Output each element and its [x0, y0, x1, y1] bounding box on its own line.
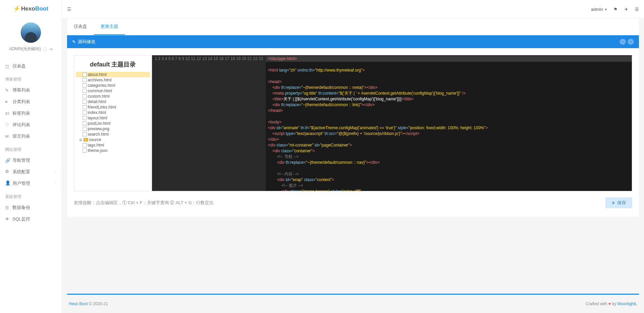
menu-nav-mgmt[interactable]: 🔗导航管理 — [0, 155, 62, 166]
menu-backup[interactable]: ☰数据备份 — [0, 202, 62, 213]
menu-sys-config[interactable]: ⚙系统配置‹ — [0, 166, 62, 178]
plane-icon[interactable]: ✈ — [624, 7, 628, 12]
chevron-left-icon: ‹ — [56, 182, 57, 185]
menu-tag-list[interactable]: 🏷标签列表 — [0, 107, 62, 119]
message-icon: ✉ — [5, 134, 10, 139]
menu-comment-list[interactable]: ♡评论列表 — [0, 119, 62, 131]
footer-author-link[interactable]: MoonlightL — [617, 301, 637, 306]
main-menu: ◫仪表盘 博客管理 ✎博客列表 ≡分类列表 🏷标签列表 ♡评论列表 ✉留言列表 … — [0, 57, 62, 225]
footer-divider — [67, 294, 639, 295]
tree-file[interactable]: tags.html — [76, 142, 150, 148]
tabs: 仪表盘 更换主题 — [67, 19, 639, 35]
menu-icon[interactable]: ☰ — [635, 7, 639, 12]
menu-dashboard[interactable]: ◫仪表盘 — [0, 60, 62, 72]
tree-file[interactable]: preview.png — [76, 126, 150, 132]
tab-theme[interactable]: 更换主题 — [94, 19, 125, 35]
logout-icon[interactable]: ⇥ — [49, 46, 52, 52]
menu-cat-list[interactable]: ≡分类列表 — [0, 96, 62, 107]
droplet-icon[interactable]: ◌ — [43, 46, 47, 52]
tab-dashboard[interactable]: 仪表盘 — [67, 19, 94, 35]
link-icon: 🔗 — [5, 158, 10, 163]
list-icon: ≡ — [5, 99, 10, 104]
logo[interactable]: ⚡HexoBoot — [0, 0, 62, 17]
tree-file[interactable]: index.html — [76, 110, 150, 115]
save-button[interactable]: ✈ 保存 — [605, 197, 632, 208]
footer: Hexo Boot © 2020-21 Crafted with ♥ by Mo… — [62, 300, 644, 313]
tree-file[interactable]: detail.html — [76, 99, 150, 104]
section-blog: 博客管理 — [0, 72, 62, 84]
code-editor[interactable]: 1 2 3 4 5 6 7 8 9 10 11 12 13 14 15 16 1… — [152, 55, 632, 191]
panel-body: default 主题目录 about.html archives.html ca… — [67, 48, 639, 217]
comment-icon: ♡ — [5, 122, 10, 128]
tag-icon: 🏷 — [5, 111, 10, 116]
section-sys: 系统管理 — [0, 189, 62, 202]
username: ADMIN(光的瞬间) — [9, 46, 41, 52]
user-icon: 👤 — [5, 180, 10, 187]
panel-header: ✎ 源码修改 − × — [67, 35, 639, 48]
tree-file[interactable]: categories.html — [76, 83, 150, 88]
heart-icon: ♥ — [608, 301, 611, 306]
tree-file[interactable]: friendLinks.html — [76, 104, 150, 110]
flag-icon[interactable]: ⚑ — [614, 7, 618, 12]
tree-file[interactable]: layout.html — [76, 115, 150, 121]
database-icon: ☰ — [5, 205, 10, 210]
tree-file[interactable]: theme.json — [76, 148, 150, 153]
tree-file[interactable]: archives.html — [76, 77, 150, 83]
footer-brand-link[interactable]: Hexo Boot — [69, 301, 88, 306]
panel-title: 源码修改 — [78, 39, 95, 45]
chevron-down-icon: ▾ — [605, 7, 607, 11]
menu-blog-list[interactable]: ✎博客列表 — [0, 84, 62, 96]
send-icon: ✈ — [611, 200, 615, 206]
topbar: ☰ admin▾ ⚑ ✈ ☰ — [62, 0, 644, 19]
eye-icon: 👁 — [5, 217, 10, 222]
bolt-icon: ⚡ — [13, 5, 20, 12]
edit-icon: ✎ — [5, 88, 10, 93]
close-button[interactable]: × — [628, 39, 634, 45]
main-content: ☰ admin▾ ⚑ ✈ ☰ 仪表盘 更换主题 ✎ 源码修改 − × — [62, 0, 644, 313]
hamburger-icon[interactable]: ☰ — [67, 6, 71, 12]
avatar[interactable] — [21, 22, 41, 43]
sidebar: ⚡HexoBoot ADMIN(光的瞬间) ◌ ⇥ ◫仪表盘 博客管理 ✎博客列… — [0, 0, 62, 313]
section-site: 网站管理 — [0, 142, 62, 155]
chevron-left-icon: ‹ — [56, 170, 57, 174]
tree-file[interactable]: custom.html — [76, 94, 150, 99]
dashboard-icon: ◫ — [5, 64, 10, 69]
hint-text: 友情提醒：点击编辑区，① Ctrl + F：关键字查询 ② ALT + G：行数… — [74, 200, 214, 206]
menu-msg-list[interactable]: ✉留言列表 — [0, 131, 62, 142]
gear-icon: ⚙ — [5, 169, 10, 175]
user-dropdown[interactable]: admin▾ — [591, 7, 607, 12]
minimize-button[interactable]: − — [620, 39, 626, 45]
edit-icon: ✎ — [72, 39, 76, 44]
user-block: ADMIN(光的瞬间) ◌ ⇥ — [0, 17, 62, 57]
tree-file[interactable]: common.html — [76, 88, 150, 94]
tree-folder[interactable]: source — [76, 137, 150, 142]
file-tree: default 主题目录 about.html archives.html ca… — [74, 55, 152, 191]
tree-file[interactable]: about.html — [76, 72, 150, 77]
tree-file[interactable]: postList.html — [76, 121, 150, 126]
menu-sql[interactable]: 👁SQL监控 — [0, 213, 62, 225]
menu-user-mgmt[interactable]: 👤用户管理‹ — [0, 178, 62, 189]
tree-file[interactable]: search.html — [76, 132, 150, 137]
tree-title: default 主题目录 — [76, 59, 150, 72]
